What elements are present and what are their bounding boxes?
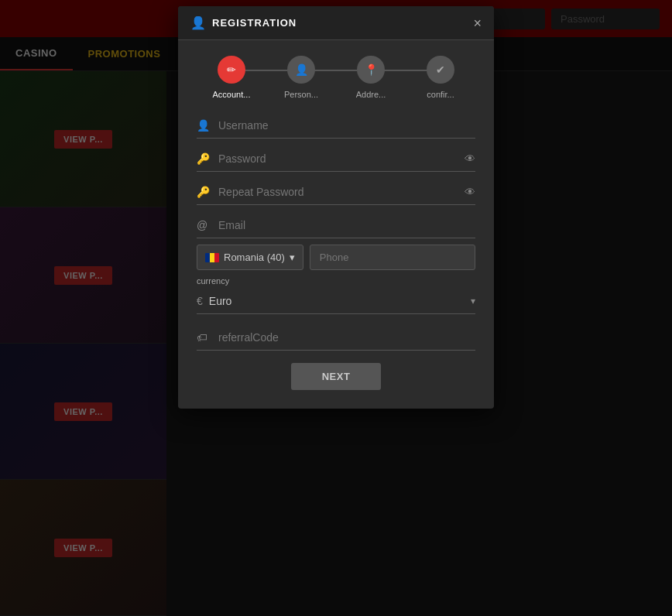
step-account-circle: ✏ xyxy=(218,56,245,84)
step-confirm: ✔ confir... xyxy=(406,56,475,99)
next-button[interactable]: NEXT xyxy=(291,363,382,390)
username-icon: 👤 xyxy=(197,119,210,132)
password-toggle-button[interactable]: 👁 xyxy=(465,152,475,165)
email-field: @ xyxy=(197,211,475,238)
step-personal-label: Person... xyxy=(284,90,318,99)
password-icon: 🔑 xyxy=(197,152,210,165)
country-label: Romania (40) xyxy=(224,252,285,263)
step-address: 📍 Addre... xyxy=(336,56,406,99)
modal-close-button[interactable]: × xyxy=(473,16,482,30)
currency-label: currency xyxy=(197,276,475,286)
modal-title: REGISTRATION xyxy=(212,17,473,29)
phone-row: Romania (40) ▾ xyxy=(197,245,475,270)
step-confirm-label: confir... xyxy=(427,90,454,99)
repeat-password-field: 🔑 👁 xyxy=(197,178,475,205)
step-address-circle: 📍 xyxy=(357,56,385,84)
repeat-password-input[interactable] xyxy=(197,178,475,205)
step-confirm-circle: ✔ xyxy=(427,56,454,84)
currency-icon: € xyxy=(197,295,203,307)
country-select[interactable]: Romania (40) ▾ xyxy=(197,245,303,270)
referral-input[interactable] xyxy=(197,323,475,351)
username-input[interactable] xyxy=(197,111,475,139)
password-field: 🔑 👁 xyxy=(197,145,475,172)
step-personal: 👤 Person... xyxy=(266,56,336,99)
repeat-password-icon: 🔑 xyxy=(197,186,210,198)
romania-flag xyxy=(205,253,219,262)
registration-form: 👤 🔑 👁 🔑 👁 @ Romania (40) ▾ xyxy=(178,111,494,390)
username-field: 👤 xyxy=(197,111,475,139)
phone-input[interactable] xyxy=(310,245,475,270)
email-icon: @ xyxy=(197,219,207,231)
registration-modal: 👤 REGISTRATION × ✏ Account... 👤 Person..… xyxy=(178,6,494,409)
registration-icon: 👤 xyxy=(190,15,206,30)
registration-steps: ✏ Account... 👤 Person... 📍 Addre... ✔ co… xyxy=(178,40,494,111)
step-account: ✏ Account... xyxy=(197,56,266,99)
currency-dropdown-icon: ▾ xyxy=(471,296,475,306)
country-dropdown-icon: ▾ xyxy=(290,252,295,263)
currency-section: currency € Euro ▾ xyxy=(197,276,475,314)
currency-value: Euro xyxy=(209,295,471,307)
step-account-label: Account... xyxy=(213,90,251,99)
referral-icon: 🏷 xyxy=(197,331,207,344)
step-address-label: Addre... xyxy=(356,90,386,99)
modal-header: 👤 REGISTRATION × xyxy=(178,6,494,40)
currency-wrapper[interactable]: € Euro ▾ xyxy=(197,289,475,314)
password-input[interactable] xyxy=(197,145,475,172)
repeat-password-toggle-button[interactable]: 👁 xyxy=(465,186,475,198)
email-input[interactable] xyxy=(197,211,475,238)
referral-field: 🏷 xyxy=(197,323,475,351)
step-personal-circle: 👤 xyxy=(287,56,315,84)
